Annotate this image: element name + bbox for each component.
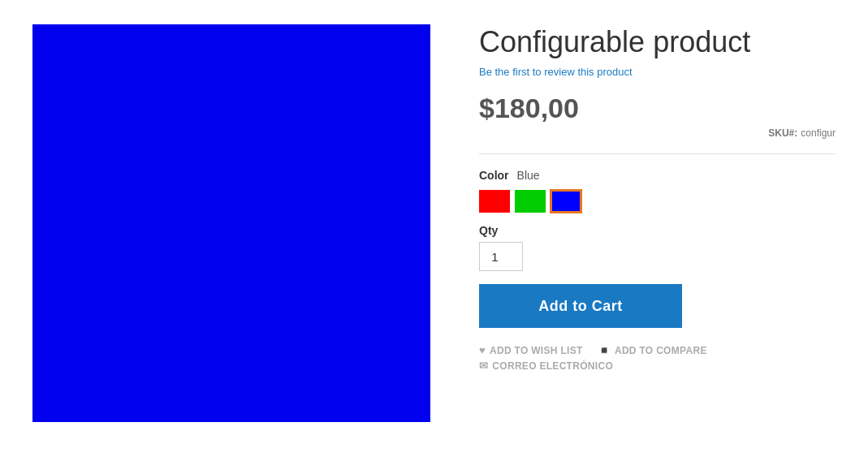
qty-input[interactable] xyxy=(479,242,523,271)
color-row: Color Blue xyxy=(479,169,836,182)
review-link[interactable]: Be the first to review this product xyxy=(479,66,836,78)
action-row-1: ♥ ADD TO WISH LIST ◾ ADD TO COMPARE xyxy=(479,344,836,356)
color-swatch-green[interactable] xyxy=(515,190,546,213)
wish-list-label: ADD TO WISH LIST xyxy=(490,345,583,356)
product-image xyxy=(32,24,430,422)
heart-icon: ♥ xyxy=(479,344,486,356)
product-details: Configurable product Be the first to rev… xyxy=(479,24,836,422)
product-image-container xyxy=(32,24,430,422)
sku-label: SKU#: xyxy=(768,127,797,139)
email-link[interactable]: ✉ CORREO ELECTRÓNICO xyxy=(479,360,613,372)
compare-icon: ◾ xyxy=(598,344,611,356)
add-to-compare-link[interactable]: ◾ ADD TO COMPARE xyxy=(598,344,707,356)
color-swatches xyxy=(479,190,836,213)
product-layout: Configurable product Be the first to rev… xyxy=(32,24,836,422)
sku-value: configur xyxy=(801,127,836,139)
color-option-section: Color Blue xyxy=(479,169,836,213)
color-selected-value: Blue xyxy=(517,169,540,182)
action-row-2: ✉ CORREO ELECTRÓNICO xyxy=(479,360,836,372)
compare-label: ADD TO COMPARE xyxy=(615,345,707,356)
add-to-cart-button[interactable]: Add to Cart xyxy=(479,284,682,328)
email-label: CORREO ELECTRÓNICO xyxy=(492,360,613,372)
email-icon: ✉ xyxy=(479,360,488,372)
qty-label: Qty xyxy=(479,224,836,237)
action-links: ♥ ADD TO WISH LIST ◾ ADD TO COMPARE ✉ CO… xyxy=(479,344,836,372)
product-title: Configurable product xyxy=(479,24,836,59)
product-price: $180,00 xyxy=(479,93,836,124)
sku-row: SKU#: configur xyxy=(479,127,836,139)
color-swatch-blue[interactable] xyxy=(551,190,581,213)
color-swatch-red[interactable] xyxy=(479,190,510,213)
color-label: Color xyxy=(479,169,509,182)
divider xyxy=(479,153,836,154)
qty-section: Qty xyxy=(479,224,836,271)
add-to-wishlist-link[interactable]: ♥ ADD TO WISH LIST xyxy=(479,344,583,356)
